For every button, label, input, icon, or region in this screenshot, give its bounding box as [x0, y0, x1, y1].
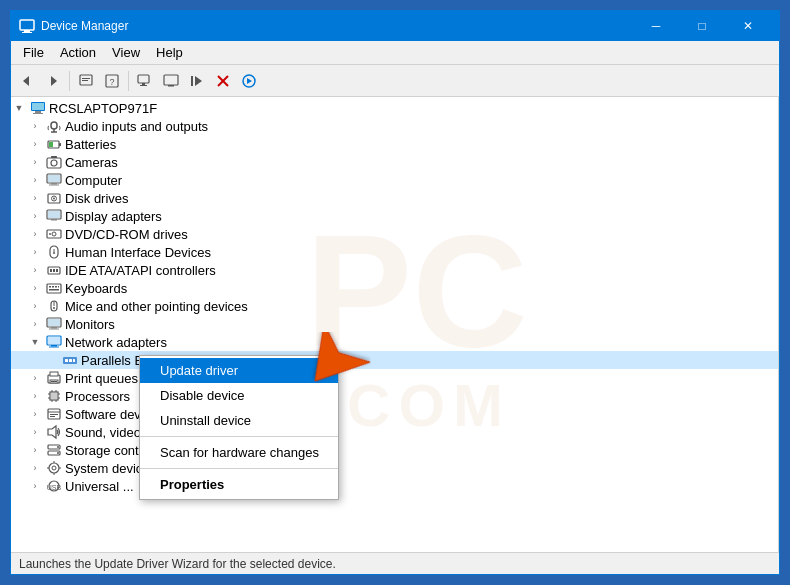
tree-item-storage[interactable]: › Storage controllers	[11, 441, 778, 459]
menu-view[interactable]: View	[104, 43, 148, 62]
ctx-disable-device[interactable]: Disable device	[140, 383, 338, 408]
ctx-properties[interactable]: Properties	[140, 472, 338, 497]
root-expander[interactable]: ▼	[11, 100, 27, 116]
ctx-scan-changes[interactable]: Scan for hardware changes	[140, 440, 338, 465]
display-expander[interactable]: ›	[27, 208, 43, 224]
tree-panel[interactable]: PC .COM ▼ RCSLAPTOP971F ›	[11, 97, 779, 552]
computer-expander[interactable]: ›	[27, 172, 43, 188]
back-button[interactable]	[15, 69, 39, 93]
disk-icon	[46, 190, 62, 206]
ctx-separator-1	[140, 436, 338, 437]
tree-item-mice[interactable]: › Mice and other pointing devices	[11, 297, 778, 315]
software-icon	[46, 406, 62, 422]
tree-item-ide[interactable]: › IDE ATA/ATAPI controllers	[11, 261, 778, 279]
batteries-icon	[46, 136, 62, 152]
svg-rect-52	[53, 269, 55, 272]
network-expander[interactable]: ▼	[27, 334, 43, 350]
update-driver-button[interactable]: ?	[100, 69, 124, 93]
batteries-expander[interactable]: ›	[27, 136, 43, 152]
cameras-expander[interactable]: ›	[27, 154, 43, 170]
hid-expander[interactable]: ›	[27, 244, 43, 260]
tree-item-audio[interactable]: › Audio inputs and outputs	[11, 117, 778, 135]
svg-point-99	[52, 466, 56, 470]
svg-rect-13	[164, 75, 178, 85]
svg-rect-6	[82, 78, 90, 79]
uninstall-button[interactable]	[237, 69, 261, 93]
parallels-expander	[43, 352, 59, 368]
svg-rect-23	[35, 111, 41, 113]
system-expander[interactable]: ›	[27, 460, 43, 476]
title-bar: Device Manager ─ □ ✕	[11, 11, 779, 41]
ide-expander[interactable]: ›	[27, 262, 43, 278]
storage-expander[interactable]: ›	[27, 442, 43, 458]
tree-item-parallels[interactable]: Parallels Ethernet Adapter	[11, 351, 778, 369]
status-text: Launches the Update Driver Wizard for th…	[19, 557, 336, 571]
menu-help[interactable]: Help	[148, 43, 191, 62]
tree-item-sound[interactable]: › Sound, video and game controllers	[11, 423, 778, 441]
forward-button[interactable]	[41, 69, 65, 93]
mice-label: Mice and other pointing devices	[65, 299, 248, 314]
disk-expander[interactable]: ›	[27, 190, 43, 206]
software-expander[interactable]: ›	[27, 406, 43, 422]
svg-point-62	[53, 307, 55, 309]
svg-rect-76	[50, 372, 58, 376]
svg-rect-65	[51, 327, 57, 329]
audio-expander[interactable]: ›	[27, 118, 43, 134]
svg-rect-36	[51, 183, 57, 185]
sound-icon	[46, 424, 62, 440]
properties-button[interactable]	[74, 69, 98, 93]
tree-root[interactable]: ▼ RCSLAPTOP971F	[11, 99, 778, 117]
tree-item-disk[interactable]: › Disk drives	[11, 189, 778, 207]
dvd-expander[interactable]: ›	[27, 226, 43, 242]
tree-item-batteries[interactable]: › Batteries	[11, 135, 778, 153]
scan-button[interactable]	[133, 69, 157, 93]
tree-item-monitors[interactable]: › Monitors	[11, 315, 778, 333]
audio-icon	[46, 118, 62, 134]
tree-item-dvd[interactable]: › DVD/CD-ROM drives	[11, 225, 778, 243]
svg-marker-20	[247, 78, 252, 84]
maximize-button[interactable]: □	[679, 11, 725, 41]
svg-rect-55	[49, 286, 51, 288]
svg-marker-15	[195, 76, 202, 86]
tree-item-usb[interactable]: › USB Universal ...	[11, 477, 778, 495]
computer-icon	[30, 100, 46, 116]
menu-file[interactable]: File	[15, 43, 52, 62]
print-label: Print queues	[65, 371, 138, 386]
monitor-button[interactable]	[159, 69, 183, 93]
tree-item-software[interactable]: › Software devices	[11, 405, 778, 423]
tree-item-keyboard[interactable]: › Keyboards	[11, 279, 778, 297]
svg-rect-7	[82, 80, 88, 81]
tree-item-hid[interactable]: › Human Interface Devices	[11, 243, 778, 261]
svg-rect-37	[49, 185, 59, 186]
mice-expander[interactable]: ›	[27, 298, 43, 314]
cameras-icon	[46, 154, 62, 170]
monitors-expander[interactable]: ›	[27, 316, 43, 332]
menu-action[interactable]: Action	[52, 43, 104, 62]
tree-item-print[interactable]: › Print queues	[11, 369, 778, 387]
minimize-button[interactable]: ─	[633, 11, 679, 41]
close-button[interactable]: ✕	[725, 11, 771, 41]
sound-expander[interactable]: ›	[27, 424, 43, 440]
svg-point-45	[52, 232, 56, 236]
tree-item-processor[interactable]: › Processors	[11, 387, 778, 405]
enable-device-button[interactable]	[185, 69, 209, 93]
svg-rect-64	[48, 319, 60, 326]
processor-expander[interactable]: ›	[27, 388, 43, 404]
ctx-update-driver[interactable]: Update driver	[140, 358, 338, 383]
disable-device-button[interactable]	[211, 69, 235, 93]
print-expander[interactable]: ›	[27, 370, 43, 386]
ide-label: IDE ATA/ATAPI controllers	[65, 263, 216, 278]
computer-label: Computer	[65, 173, 122, 188]
svg-rect-92	[50, 416, 55, 417]
tree-item-computer[interactable]: › Computer	[11, 171, 778, 189]
usb-expander[interactable]: ›	[27, 478, 43, 494]
tree-item-network[interactable]: ▼ Network adapters	[11, 333, 778, 351]
svg-marker-3	[23, 76, 29, 86]
ctx-uninstall-device[interactable]: Uninstall device	[140, 408, 338, 433]
usb-icon: USB	[46, 478, 62, 494]
svg-point-98	[49, 463, 59, 473]
tree-item-cameras[interactable]: › Cameras	[11, 153, 778, 171]
tree-item-system[interactable]: › System devices	[11, 459, 778, 477]
tree-item-display[interactable]: › Display adapters	[11, 207, 778, 225]
keyboard-expander[interactable]: ›	[27, 280, 43, 296]
